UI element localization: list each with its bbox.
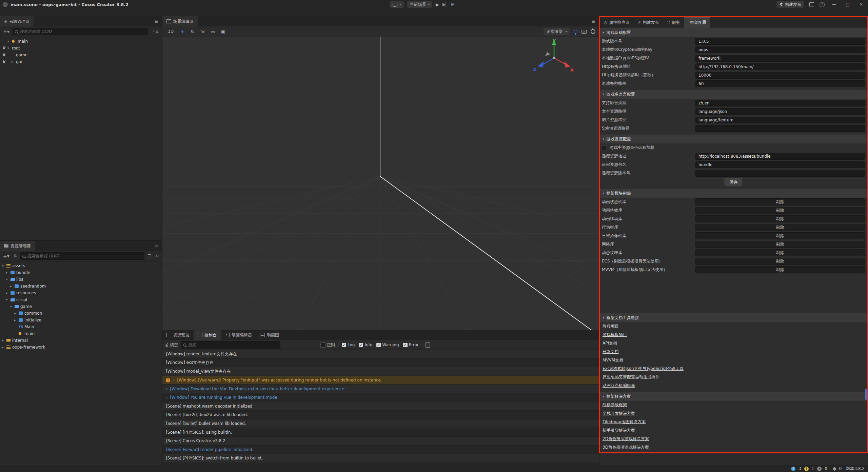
section-header[interactable]: ▾ 游戏基础配置 <box>600 28 867 37</box>
log-filter-checkbox[interactable]: ✓ Error <box>403 342 419 347</box>
scene-menu-icon[interactable]: ≡ <box>588 19 599 24</box>
build-publish-button[interactable]: 构建发布 <box>776 1 804 8</box>
solution-link[interactable]: Tiledmap地图解决方案 <box>603 419 646 425</box>
console-tab[interactable]: 控制台 <box>194 330 221 340</box>
scale-tool-button[interactable]: ⇲ <box>199 29 206 34</box>
doc-link[interactable]: 游戏模板项目 <box>603 332 627 338</box>
inspector-tab[interactable]: 服务 <box>663 17 684 27</box>
console-tab[interactable]: 资源预览 <box>162 330 194 340</box>
console-message-row[interactable]: ! › [Window] Download the Vue Devtools e… <box>162 385 599 393</box>
text-field[interactable] <box>695 63 865 70</box>
tree-item[interactable]: game <box>0 303 162 310</box>
log-filter-checkbox[interactable]: ✓ Log <box>342 342 355 347</box>
tree-item[interactable]: seedrandom <box>0 283 162 290</box>
solution-link[interactable]: 新手引导解决方案 <box>603 428 635 433</box>
console-message-row[interactable]: ! › [Scene] Forward render pipeline init… <box>162 446 599 454</box>
console-message-row[interactable]: ! › [Window] [Vue warn]: Property "onInp… <box>162 376 599 385</box>
section-header[interactable]: ▾ 游戏资源配置 <box>600 135 867 143</box>
text-field[interactable] <box>695 38 865 45</box>
rotate-tool-button[interactable]: ↻ <box>189 29 196 34</box>
log-filter-checkbox[interactable]: ✓ Info <box>359 342 372 347</box>
doc-link[interactable]: API文档 <box>603 340 617 346</box>
device-preview-button[interactable]: ▾ <box>390 1 404 8</box>
section-header[interactable]: ▾ 框架解决方案 <box>600 392 867 401</box>
hierarchy-menu-icon[interactable]: ≡ <box>151 19 162 24</box>
text-field[interactable] <box>695 100 865 106</box>
remove-module-button[interactable]: 剔除 <box>695 207 865 214</box>
layout-button[interactable]: ⊞ <box>451 2 455 7</box>
tab-assets[interactable]: 资源管理器 <box>0 241 35 251</box>
console-message-row[interactable]: ! › [Window] You are running Vue in deve… <box>162 393 599 402</box>
text-field[interactable] <box>695 117 865 123</box>
console-message-row[interactable]: ! › [Window] model_view文件夹存在 <box>162 367 599 376</box>
text-field[interactable] <box>695 125 865 132</box>
tree-item[interactable]: bundle <box>0 269 162 276</box>
remove-module-button[interactable]: 剔除 <box>695 266 865 273</box>
play-button[interactable]: ▶ <box>436 2 439 7</box>
tab-hierarchy[interactable]: ◈ 层级管理器 <box>0 16 34 26</box>
projection-mode-button[interactable]: 3D <box>166 29 176 34</box>
warning-count-icon[interactable]: ! <box>804 467 809 471</box>
section-header[interactable]: ▾ 游戏多语言配置 <box>600 90 867 99</box>
text-field[interactable] <box>695 72 865 79</box>
expand-arrow-icon[interactable]: › <box>166 387 167 391</box>
caret-icon[interactable] <box>14 318 19 322</box>
maximize-button[interactable]: □ <box>844 2 852 7</box>
remove-module-button[interactable]: 剔除 <box>695 241 865 248</box>
tree-item[interactable]: oops-framework <box>0 344 162 351</box>
solution-link[interactable]: 3D角色扮演游戏解决方案 <box>603 445 649 450</box>
text-field[interactable] <box>695 55 865 62</box>
log-filter-checkbox[interactable]: ✓ Warning <box>376 342 399 347</box>
section-header[interactable]: ▾ 框架文档工具链接 <box>600 313 867 322</box>
assets-search-input[interactable]: 搜索名称或 UUID <box>20 252 144 260</box>
console-message-row[interactable]: ! › [Scene] Cocos Creator v3.8.2 <box>162 437 599 446</box>
text-field[interactable] <box>695 161 865 168</box>
regex-checkbox-box[interactable] <box>320 342 326 348</box>
tree-item[interactable]: resources <box>0 290 162 296</box>
console-tab[interactable]: 动画图 <box>256 330 283 340</box>
info-count-icon[interactable]: i <box>791 467 795 471</box>
remove-module-button[interactable]: 剔除 <box>695 224 865 231</box>
console-search-input[interactable]: 搜索 <box>181 341 280 349</box>
caret-icon[interactable] <box>12 60 16 63</box>
remote-load-checkbox[interactable] <box>602 145 607 150</box>
tree-item[interactable]: common <box>0 310 162 317</box>
doc-link[interactable]: 教程项目 <box>603 323 619 329</box>
render-mode-dropdown[interactable]: 正常渲染 ▾ <box>544 28 570 35</box>
doc-link[interactable]: MVVM文档 <box>603 357 623 363</box>
tree-item[interactable]: main <box>0 38 162 45</box>
close-button[interactable]: × <box>857 2 865 7</box>
move-tool-button[interactable]: + <box>179 29 186 34</box>
hierarchy-search-input[interactable]: 搜索名称或 UUID <box>13 28 148 35</box>
caret-icon[interactable] <box>2 346 6 349</box>
refresh-icon[interactable]: ↻ <box>154 254 160 258</box>
text-field[interactable] <box>695 170 865 177</box>
console-message-row[interactable]: ! › [Scene] [PHYSICS]: switch from built… <box>162 454 599 463</box>
console-message-row[interactable]: ! › [Scene] meshopt wasm decoder initial… <box>162 402 599 411</box>
error-count-icon[interactable]: × <box>817 467 822 471</box>
console-tab[interactable]: 动画编辑器 <box>221 330 256 340</box>
scene-select-dropdown[interactable]: 当前场景 ▾ <box>407 1 433 8</box>
tree-item[interactable]: script <box>0 296 162 303</box>
inspector-tab[interactable]: 构建发布 <box>634 17 663 27</box>
caret-icon[interactable] <box>7 46 12 50</box>
remove-module-button[interactable]: 剔除 <box>695 198 865 205</box>
console-message-row[interactable]: ! › [Window] ecs文件夹存在 <box>162 359 599 368</box>
text-field[interactable] <box>695 46 865 53</box>
create-node-button[interactable]: +▾ <box>2 29 11 34</box>
remove-module-button[interactable]: 剔除 <box>695 258 865 265</box>
section-header[interactable]: ▾ 框架模块剔除 <box>600 189 867 198</box>
preview-window-icon[interactable] <box>809 2 814 6</box>
tree-item[interactable]: main <box>0 330 162 337</box>
checkbox-checked-icon[interactable]: ✓ <box>342 343 346 347</box>
hierarchy-filter-icon[interactable]: ⋮≡ <box>150 29 160 34</box>
tab-scene-editor[interactable]: 场景编辑器 <box>162 16 198 26</box>
rect-tool-button[interactable]: ▭ <box>210 29 216 34</box>
lighting-toggle-icon[interactable] <box>574 30 577 34</box>
axis-gizmo[interactable]: Y X Z <box>530 37 578 81</box>
checkbox-checked-icon[interactable]: ✓ <box>359 343 363 347</box>
camera-icon[interactable] <box>581 30 587 34</box>
solution-link[interactable]: 战棋游戏框架 <box>603 402 627 408</box>
caret-icon[interactable] <box>14 312 19 315</box>
scrollbar-thumb[interactable] <box>865 389 867 400</box>
